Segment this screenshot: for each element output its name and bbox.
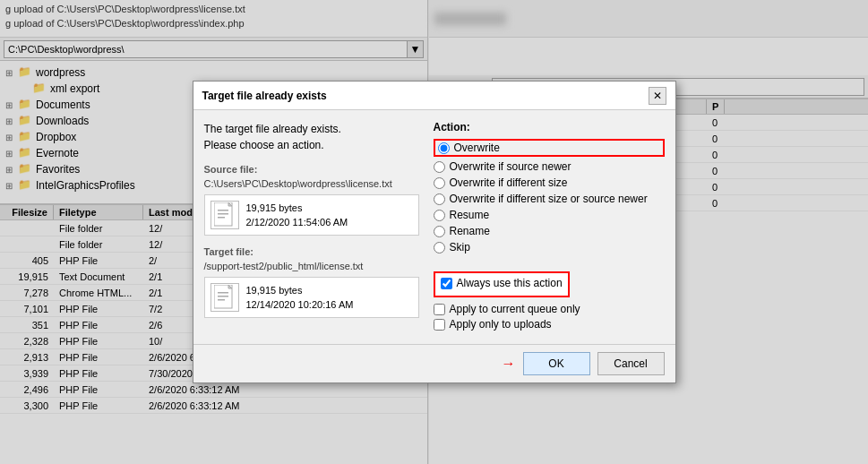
source-label: Source file: [204, 164, 419, 175]
apply-queue-checkbox[interactable] [434, 304, 445, 315]
radio-overwrite-diff-size-input[interactable] [434, 177, 445, 189]
dialog-title: Target file already exists [202, 90, 327, 102]
radio-resume-input[interactable] [434, 210, 445, 221]
svg-rect-7 [218, 292, 228, 294]
dialog-right-section: Action: Overwrite Overwrite if source ne… [434, 121, 665, 333]
radio-overwrite-newer-label: Overwrite if source newer [450, 160, 572, 173]
target-file-info: 19,915 bytes 12/14/2020 10:20:16 AM [204, 277, 419, 318]
radio-overwrite[interactable]: Overwrite [434, 139, 665, 157]
radio-overwrite-diff-size-label: Overwrite if different size [450, 176, 568, 189]
main-window: g upload of C:\Users\PC\Desktop\wordpres… [0, 0, 868, 464]
dialog-overlay: Target file already exists ✕ The target … [0, 0, 868, 464]
radio-overwrite-label: Overwrite [454, 142, 500, 154]
apply-uploads-checkbox-label[interactable]: Apply only to uploads [434, 318, 665, 331]
always-use-section: Always use this action Apply to current … [434, 262, 665, 331]
dialog-main-text: The target file already exists. Please c… [204, 121, 419, 153]
dialog-target-exists: Target file already exists ✕ The target … [193, 81, 676, 383]
radio-overwrite-diff-or-newer-input[interactable] [434, 193, 445, 205]
radio-overwrite-input[interactable] [438, 142, 450, 154]
radio-rename[interactable]: Rename [434, 225, 665, 237]
svg-rect-2 [218, 210, 228, 211]
radio-skip-label: Skip [450, 241, 470, 253]
source-path: C:\Users\PC\Desktop\wordpress\license.tx… [204, 178, 419, 189]
radio-overwrite-newer-input[interactable] [434, 161, 445, 173]
always-use-checkbox-label[interactable]: Always use this action [441, 277, 563, 289]
apply-queue-checkbox-label[interactable]: Apply to current queue only [434, 303, 665, 315]
radio-resume-label: Resume [450, 209, 490, 221]
target-label: Target file: [204, 246, 419, 257]
svg-rect-9 [218, 299, 225, 301]
extra-checkboxes: Apply to current queue only Apply only t… [434, 303, 665, 331]
action-radio-group: Overwrite Overwrite if source newer Over… [434, 139, 665, 253]
action-label: Action: [434, 121, 665, 133]
dialog-body: The target file already exists. Please c… [193, 110, 675, 344]
apply-queue-label: Apply to current queue only [450, 303, 580, 315]
dialog-titlebar: Target file already exists ✕ [193, 82, 675, 110]
svg-rect-8 [218, 296, 228, 297]
target-path: /support-test2/public_html/license.txt [204, 261, 419, 271]
dialog-close-button[interactable]: ✕ [649, 87, 666, 105]
target-file-icon [211, 283, 239, 312]
dialog-footer: → OK Cancel [193, 344, 675, 382]
apply-uploads-label: Apply only to uploads [450, 318, 552, 331]
svg-rect-4 [218, 217, 225, 219]
svg-rect-3 [218, 213, 228, 215]
radio-overwrite-newer[interactable]: Overwrite if source newer [434, 160, 665, 173]
radio-skip[interactable]: Skip [434, 241, 665, 253]
source-file-details: 19,915 bytes 2/12/2020 11:54:06 AM [246, 201, 348, 229]
radio-rename-label: Rename [450, 225, 490, 237]
source-file-info: 19,915 bytes 2/12/2020 11:54:06 AM [204, 194, 419, 236]
apply-uploads-checkbox[interactable] [434, 319, 445, 331]
cancel-button[interactable]: Cancel [597, 352, 665, 375]
always-use-checkbox[interactable] [441, 278, 452, 289]
radio-overwrite-diff-or-newer[interactable]: Overwrite if different size or source ne… [434, 193, 665, 205]
radio-overwrite-diff-or-newer-label: Overwrite if different size or source ne… [450, 193, 648, 205]
source-file-icon [211, 201, 239, 229]
radio-resume[interactable]: Resume [434, 209, 665, 221]
target-file-details: 19,915 bytes 12/14/2020 10:20:16 AM [246, 283, 354, 312]
radio-rename-input[interactable] [434, 226, 445, 237]
radio-overwrite-diff-size[interactable]: Overwrite if different size [434, 176, 665, 189]
dialog-left-section: The target file already exists. Please c… [204, 121, 419, 333]
always-use-label: Always use this action [457, 277, 563, 289]
ok-arrow-indicator: → [502, 356, 516, 372]
ok-button[interactable]: OK [523, 352, 590, 375]
radio-skip-input[interactable] [434, 242, 445, 253]
always-use-checkbox-section: Always use this action [434, 271, 570, 297]
